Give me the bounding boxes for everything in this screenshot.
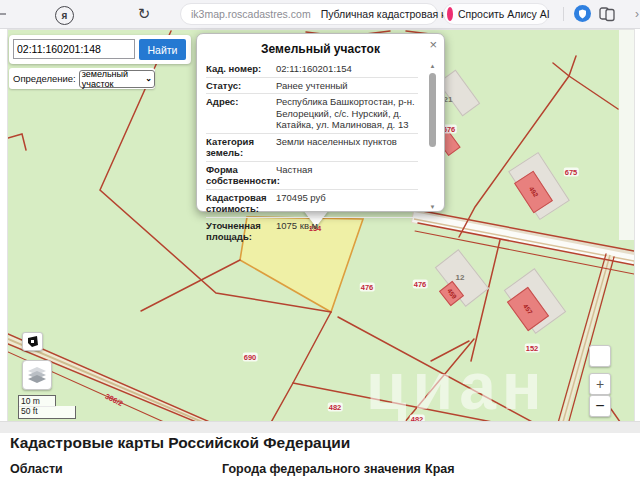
building-number: 459 <box>445 287 457 300</box>
popup-row-label: Статус: <box>206 80 272 92</box>
map-tile-edge <box>619 30 634 240</box>
parcel-label: 675 <box>564 168 579 177</box>
popup-row: Кадастровая стоимость:170495 руб <box>206 190 418 218</box>
chevron-down-icon: ⌄ <box>145 74 152 83</box>
toolbar-divider <box>563 7 564 21</box>
popup-row-label: Кад. номер: <box>206 63 272 75</box>
protect-shield-icon[interactable] <box>574 5 591 22</box>
overflow-icon[interactable]: › <box>632 8 640 20</box>
parcel-popup: Земельный участок × Кад. номер:02:11:160… <box>196 33 445 212</box>
parcel-label: 12 <box>456 273 465 282</box>
footer-heading: Кадастровые карты Российской Федерации <box>10 434 350 452</box>
popup-row-label: Категория земель: <box>206 136 272 159</box>
popup-row: Кад. номер:02:11:160201:154 <box>206 61 418 78</box>
url-text: ik3map.roscadastres.com <box>191 8 311 20</box>
scroll-down-icon[interactable]: ▼ <box>428 204 437 210</box>
definition-value: земельный участок <box>82 69 143 89</box>
measure-icon <box>26 335 39 348</box>
browser-toolbar: я ↻ ik3map.roscadastres.com Публичная ка… <box>0 0 640 29</box>
popup-rows: Кад. номер:02:11:160201:154Статус:Ранее … <box>206 61 418 245</box>
building-number: 492 <box>527 186 539 199</box>
parcel-label: 152 <box>525 344 540 353</box>
popup-title: Земельный участок <box>197 42 444 56</box>
popup-row-value: Земли населенных пунктов <box>272 136 418 159</box>
popup-row-value: 170495 руб <box>272 192 418 215</box>
popup-row-label: Кадастровая стоимость: <box>206 192 272 215</box>
popup-row-label: Форма собственности: <box>206 164 272 187</box>
scroll-up-icon[interactable]: ▲ <box>428 63 437 69</box>
building-number: 457 <box>522 303 534 316</box>
layers-button[interactable] <box>22 360 52 390</box>
popup-row: Адрес:Республика Башкортостан, р-н. Бело… <box>206 94 418 134</box>
alice-button[interactable]: Спросить Алису AI <box>443 3 549 25</box>
alice-icon <box>447 7 453 21</box>
popup-row-value: Частная <box>272 164 418 187</box>
zoom-in-button[interactable]: + <box>589 373 611 395</box>
measure-area-button[interactable] <box>22 332 43 351</box>
definition-label: Определение: <box>13 73 76 84</box>
close-icon[interactable]: × <box>429 37 437 52</box>
search-panel: Найти <box>9 35 191 64</box>
popup-row: Уточненная площадь:1075 кв.м <box>206 218 418 245</box>
popup-row-label: Уточненная площадь: <box>206 220 272 243</box>
popup-row: Форма собственности:Частная <box>206 162 418 190</box>
layers-icon <box>27 366 47 384</box>
search-input[interactable] <box>13 39 135 59</box>
popup-row-value: 1075 кв.м <box>272 220 418 243</box>
refresh-icon[interactable]: ↻ <box>134 4 154 24</box>
popup-row-value: Республика Башкортостан, р-н. Белорецкий… <box>272 96 418 131</box>
definition-panel: Определение: земельный участок ⌄ <box>9 68 155 89</box>
footer-link-kraya[interactable]: Края <box>425 462 455 476</box>
popup-row-value: 02:11:160201:154 <box>272 63 418 75</box>
zoom-out-button[interactable]: − <box>589 395 611 417</box>
parcel-label: 476 <box>360 283 375 292</box>
collections-icon[interactable] <box>598 6 616 22</box>
parcel-label: 482 <box>328 403 343 412</box>
scroll-thumb[interactable] <box>429 73 436 147</box>
extent-button[interactable] <box>589 345 611 367</box>
popup-row: Статус:Ранее учтенный <box>206 78 418 95</box>
alice-label: Спросить Алису AI <box>458 8 550 20</box>
back-icon[interactable] <box>0 13 6 15</box>
footer-link-federal-cities[interactable]: Города федерального значения <box>222 462 421 476</box>
popup-row-label: Адрес: <box>206 96 272 131</box>
footer-link-oblasti[interactable]: Области <box>10 462 63 476</box>
profile-icon[interactable]: я <box>55 6 74 25</box>
parcel-label: 476 <box>413 280 428 289</box>
search-button[interactable]: Найти <box>139 39 186 60</box>
popup-row-value: Ранее учтенный <box>272 80 418 92</box>
parcel-label: 690 <box>243 353 258 362</box>
address-bar[interactable]: ik3map.roscadastres.com Публичная кадаст… <box>180 3 438 25</box>
definition-select[interactable]: земельный участок ⌄ <box>79 70 155 88</box>
popup-scrollbar[interactable]: ▲ ▼ <box>428 63 437 210</box>
popup-row: Категория земель:Земли населенных пункто… <box>206 134 418 162</box>
scale-bar-imperial: 50 ft <box>18 406 76 419</box>
page-divider <box>0 421 640 433</box>
